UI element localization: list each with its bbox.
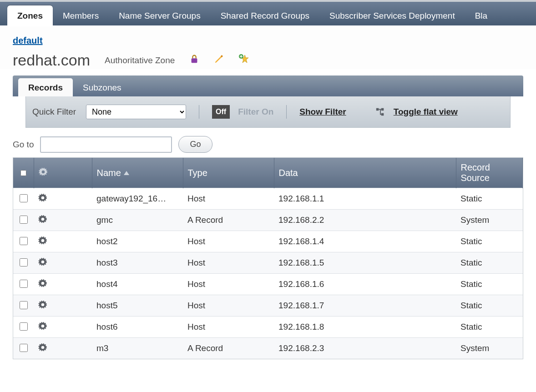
table-row[interactable]: gmcA Record192.168.2.2System (13, 210, 523, 231)
top-tab-zones[interactable]: Zones (7, 5, 53, 25)
filter-on-label: Filter On (238, 107, 273, 117)
top-tab-shared-record-groups[interactable]: Shared Record Groups (211, 5, 319, 25)
table-row[interactable]: host3Host192.168.1.5Static (13, 252, 523, 274)
cell-source: Static (456, 252, 523, 274)
gear-icon[interactable] (38, 193, 47, 202)
column-record-source[interactable]: Record Source (456, 158, 523, 188)
row-checkbox[interactable] (20, 258, 28, 266)
zone-type-label: Authoritative Zone (105, 55, 175, 65)
top-tab-subscriber-services-deployment[interactable]: Subscriber Services Deployment (319, 5, 465, 25)
sort-asc-icon (124, 171, 129, 175)
show-filter-link[interactable]: Show Filter (299, 107, 346, 117)
tree-icon (375, 107, 385, 117)
cell-name: host5 (92, 295, 183, 317)
table-row[interactable]: host2Host192.168.1.4Static (13, 231, 523, 252)
sub-tab-subzones[interactable]: Subzones (73, 78, 131, 96)
row-checkbox[interactable] (20, 322, 28, 331)
cell-source: Static (456, 188, 523, 210)
breadcrumb: default (13, 35, 523, 46)
svg-rect-4 (376, 108, 379, 111)
toggle-flat-view-link[interactable]: Toggle flat view (394, 107, 458, 117)
gear-icon[interactable] (38, 322, 47, 331)
cell-name: host4 (92, 274, 183, 295)
cell-type: A Record (183, 210, 274, 231)
cell-name: gmc (92, 210, 183, 231)
table-row[interactable]: m3A Record192.168.2.3System (13, 338, 523, 359)
svg-rect-6 (381, 113, 384, 116)
cell-data: 192.168.1.4 (274, 231, 456, 252)
toolbar-divider (286, 105, 287, 119)
cell-type: Host (183, 274, 274, 295)
gear-icon[interactable] (38, 300, 47, 309)
cell-type: A Record (183, 338, 274, 359)
gear-icon[interactable] (39, 167, 48, 176)
gear-icon[interactable] (38, 257, 47, 266)
row-checkbox[interactable] (20, 344, 28, 352)
table-row[interactable]: host5Host192.168.1.7Static (13, 295, 523, 317)
toolbar-divider (199, 105, 199, 119)
cell-source: Static (456, 317, 523, 338)
row-checkbox[interactable] (20, 301, 28, 309)
quick-filter-select[interactable]: None (86, 105, 186, 119)
column-data[interactable]: Data (274, 158, 456, 188)
svg-rect-5 (381, 108, 384, 111)
column-type[interactable]: Type (183, 158, 274, 188)
records-table: Name Type Data Record Source gateway192_… (13, 157, 523, 359)
cell-type: Host (183, 317, 274, 338)
gear-icon[interactable] (38, 236, 47, 245)
breadcrumb-link[interactable]: default (13, 35, 43, 45)
filter-toolbar: Quick Filter None Off Filter On Show Fil… (25, 96, 511, 128)
cell-data: 192.168.1.8 (274, 317, 456, 338)
top-tab-name-server-groups[interactable]: Name Server Groups (109, 5, 211, 25)
row-checkbox[interactable] (20, 280, 28, 288)
row-checkbox[interactable] (20, 194, 28, 202)
cell-source: Static (456, 295, 523, 317)
row-checkbox[interactable] (20, 237, 28, 245)
column-select-all[interactable] (13, 158, 34, 188)
quick-filter-label: Quick Filter (32, 107, 76, 117)
edit-icon[interactable] (214, 54, 224, 67)
table-row[interactable]: host6Host192.168.1.8Static (13, 317, 523, 338)
add-favorite-icon[interactable] (238, 54, 249, 67)
gear-icon[interactable] (38, 215, 47, 224)
select-all-checkbox[interactable] (20, 170, 26, 176)
row-checkbox[interactable] (20, 216, 28, 224)
table-row[interactable]: host4Host192.168.1.6Static (13, 274, 523, 295)
cell-source: System (456, 210, 523, 231)
lock-icon[interactable] (189, 54, 199, 67)
cell-data: 192.168.2.2 (274, 210, 456, 231)
filter-off-badge[interactable]: Off (212, 105, 230, 119)
svg-rect-0 (192, 58, 197, 63)
cell-data: 192.168.1.6 (274, 274, 456, 295)
table-row[interactable]: gateway192_16…Host192.168.1.1Static (13, 188, 523, 210)
cell-source: Static (456, 274, 523, 295)
gear-icon[interactable] (38, 343, 47, 352)
cell-data: 192.168.2.3 (274, 338, 456, 359)
column-actions (34, 158, 92, 188)
cell-type: Host (183, 252, 274, 274)
cell-name: m3 (92, 338, 183, 359)
cell-source: Static (456, 231, 523, 252)
goto-row: Go to Go (13, 136, 523, 153)
goto-label: Go to (13, 140, 34, 150)
sub-tabs: RecordsSubzones (13, 75, 523, 96)
top-tab-members[interactable]: Members (53, 5, 109, 25)
top-tabs: ZonesMembersName Server GroupsShared Rec… (0, 0, 536, 26)
cell-name: gateway192_16… (92, 188, 183, 210)
column-name[interactable]: Name (92, 158, 183, 188)
cell-data: 192.168.1.7 (274, 295, 456, 317)
cell-name: host2 (92, 231, 183, 252)
zone-title: redhat.com (13, 51, 90, 69)
goto-button[interactable]: Go (178, 136, 212, 153)
cell-data: 192.168.1.1 (274, 188, 456, 210)
cell-name: host6 (92, 317, 183, 338)
gear-icon[interactable] (38, 279, 47, 288)
zone-header: default redhat.com Authoritative Zone (0, 26, 536, 69)
cell-source: System (456, 338, 523, 359)
top-tab-bla[interactable]: Bla (465, 5, 497, 25)
cell-data: 192.168.1.5 (274, 252, 456, 274)
cell-name: host3 (92, 252, 183, 274)
sub-tab-records[interactable]: Records (18, 78, 73, 96)
cell-type: Host (183, 231, 274, 252)
goto-input[interactable] (40, 136, 172, 153)
